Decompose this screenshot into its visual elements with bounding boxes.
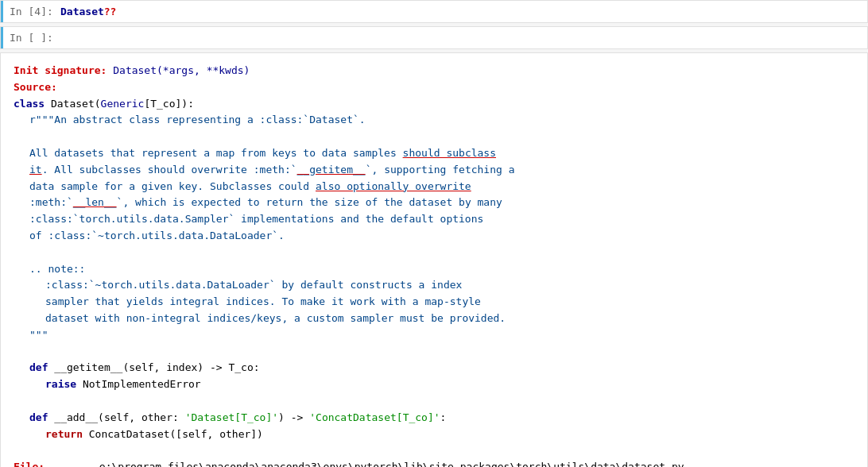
getitem-name: __getitem__(self, index) -> T_co: — [54, 361, 259, 373]
blank4 — [14, 393, 854, 410]
add-def: def __add__(self, other: 'Dataset[T_co]'… — [14, 410, 854, 426]
notimpl-text: NotImplementedError — [83, 378, 201, 390]
init-sig-label: Init signature: — [14, 64, 107, 76]
add-type2: 'ConcatDataset[T_co]' — [309, 411, 440, 423]
cell-input-empty: In [ ]: — [1, 27, 867, 48]
getitem-def: def __getitem__(self, index) -> T_co: — [14, 360, 854, 376]
para3-text: data sample for a given key. Subclasses … — [29, 180, 471, 192]
cell-label-empty: In [ ]: — [10, 32, 57, 44]
para2-rest: . All subclasses should overwrite :meth:… — [42, 164, 515, 176]
note-body2-text: sampler that yields integral indices. To… — [45, 295, 481, 307]
docstring-line1: r"""An abstract class representing a :cl… — [14, 112, 854, 129]
note-body1-text: :class:`~torch.utils.data.DataLoader` by… — [45, 279, 462, 291]
output-panel: Init signature: Dataset(*args, **kwds) S… — [0, 52, 868, 467]
def-keyword2: def — [29, 411, 54, 423]
note-body2: sampler that yields integral indices. To… — [14, 294, 854, 311]
blank2 — [14, 245, 854, 261]
note-body3: dataset with non-integral indices/keys, … — [14, 311, 854, 327]
note-text: .. note:: — [29, 263, 85, 275]
cell-label-4: In [4]: — [10, 6, 57, 17]
docstring-para1: All datasets that represent a map from k… — [14, 145, 854, 162]
blank1 — [14, 129, 854, 145]
def-keyword1: def — [29, 361, 54, 373]
code-suffix: ?? — [104, 6, 117, 17]
class-name: Dataset( — [51, 98, 101, 110]
source-line: Source: — [14, 79, 854, 96]
class-def-line: class Dataset(Generic[T_co]): — [14, 96, 854, 113]
para2-underline: it — [29, 164, 42, 176]
getitem-body: raise NotImplementedError — [14, 376, 854, 393]
docstring-para4: :meth:`__len__`, which is expected to re… — [14, 195, 854, 211]
return-value: ConcatDataset([self, other]) — [89, 428, 263, 440]
para1-text: All datasets that represent a map from k… — [29, 147, 496, 159]
bracket: [T_co]): — [144, 98, 194, 110]
docstring-open: r"""An abstract class representing a :cl… — [29, 114, 366, 125]
cell-code-4[interactable]: Dataset?? — [57, 4, 861, 19]
notebook-container: In [4]: Dataset?? In [ ]: Init signature… — [0, 0, 868, 467]
blank3 — [14, 344, 854, 361]
source-label: Source: — [14, 81, 57, 93]
add-colon: : — [440, 411, 447, 423]
docstring-para3: data sample for a given key. Subclasses … — [14, 179, 854, 195]
add-body: return ConcatDataset([self, other]) — [14, 426, 854, 443]
add-type1: 'Dataset[T_co]' — [185, 411, 278, 423]
note-body1: :class:`~torch.utils.data.DataLoader` by… — [14, 277, 854, 294]
generic-type: Generic — [101, 98, 145, 110]
class-keyword: class — [14, 98, 51, 110]
docstring-close: """ — [14, 327, 854, 344]
cell-empty: In [ ]: — [0, 26, 868, 49]
cell-input-4: In [4]: Dataset?? — [1, 1, 867, 22]
blank5 — [14, 442, 854, 459]
docstring-close-text: """ — [29, 329, 48, 341]
docstring-para2: it. All subclasses should overwrite :met… — [14, 162, 854, 179]
add-name: __add__(self, other: — [54, 411, 184, 423]
raise-keyword: raise — [45, 378, 83, 390]
add-arrow: ) -> — [278, 411, 309, 423]
cell-code-empty[interactable] — [57, 30, 861, 45]
cell-4: In [4]: Dataset?? — [0, 0, 868, 23]
para4-text: :meth:`__len__`, which is expected to re… — [29, 196, 502, 208]
code-text: Dataset — [60, 6, 104, 17]
file-val: e:\program files\anaconda\anaconda3\envs… — [99, 461, 684, 467]
note-line: .. note:: — [14, 261, 854, 278]
file-key: File: — [14, 459, 93, 467]
note-body3-text: dataset with non-integral indices/keys, … — [45, 312, 506, 324]
docstring-para5: :class:`torch.utils.data.Sampler` implem… — [14, 211, 854, 228]
return-keyword: return — [45, 428, 89, 440]
init-sig-value: Dataset(*args, **kwds) — [113, 64, 250, 76]
para6-text: of :class:`~torch.utils.data.DataLoader`… — [29, 230, 285, 241]
file-line: File: e:\program files\anaconda\anaconda… — [14, 459, 854, 467]
docstring-para6: of :class:`~torch.utils.data.DataLoader`… — [14, 228, 854, 245]
init-signature-line: Init signature: Dataset(*args, **kwds) — [14, 63, 854, 79]
para5-text: :class:`torch.utils.data.Sampler` implem… — [29, 213, 483, 225]
